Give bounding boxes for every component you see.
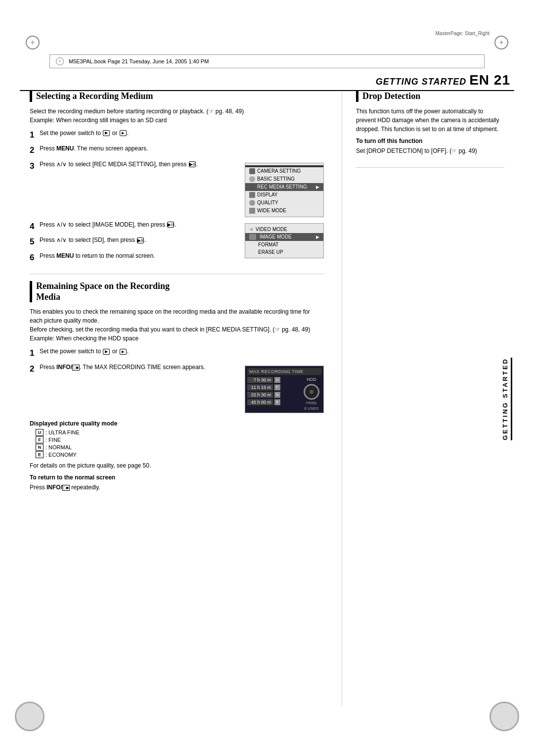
quality-note: For details on the picture quality, see …	[30, 461, 324, 470]
step1-6-text: Press MENU to return to the normal scree…	[40, 251, 155, 264]
used-label: 8 USED	[305, 406, 319, 411]
rec-time-row-f: 11 h 15 m F	[247, 384, 299, 390]
step1-4-num: 4	[30, 220, 37, 233]
section1-intro: Select the recording medium before start…	[30, 107, 324, 125]
file-info-text: M5E3PAL.book Page 21 Tuesday, June 14, 2…	[69, 58, 209, 64]
quality-icon-n: N	[36, 444, 44, 451]
step1-5-num: 5	[30, 236, 37, 248]
wide-icon	[249, 208, 255, 214]
page-num-val: 21	[494, 72, 510, 88]
file-info-reg-icon: +	[56, 57, 64, 65]
return-heading: To return to the normal screen	[30, 474, 324, 481]
free-label: FREE	[306, 401, 316, 405]
menu2-item-video: ◀ VIDEO MODE	[245, 226, 323, 233]
star-icon	[249, 176, 255, 182]
section-remaining-space: Remaining Space on the Recording Media T…	[30, 281, 324, 492]
section-drop-detection: Drop Detection This function turns off t…	[356, 91, 504, 168]
menu2-item-format: FORMAT	[245, 241, 323, 248]
menu1-screenshot: CAMERA SETTING BASIC SETTING REC MEDIA S…	[245, 163, 324, 217]
step1-6: 6 Press MENU to return to the normal scr…	[30, 251, 245, 264]
quality-icon-u: U	[36, 429, 44, 436]
quality-icon-e: E	[36, 451, 44, 458]
menu2-item-image[interactable]: ◀ IMAGE MODE ▶	[245, 233, 323, 241]
right-column: Drop Detection This function turns off t…	[356, 91, 504, 707]
step2-2: 2 Press INFO/□■. The MAX RECORDING TIME …	[30, 363, 245, 376]
rec-time-screen: MAX RECORDING TIME 7 h 30 m U 11 h 15 m …	[245, 366, 324, 413]
master-page-label: MasterPage: Start_Right	[436, 31, 490, 36]
step1-4-text: Press ∧/∨ to select [IMAGE MODE], then p…	[40, 220, 177, 233]
rec-time-disk: HDD FREE 8 USED	[302, 377, 321, 411]
section2-intro2: Before checking, set the recording media…	[30, 326, 310, 333]
quality-u: U : ULTRA FINE	[36, 429, 324, 436]
page-header: GETTING STARTED EN 21	[20, 73, 514, 91]
reg-mark-tr	[494, 36, 508, 49]
turn-off-text: Set [DROP DETECTION] to [OFF]. (☞ pg. 49…	[356, 146, 504, 155]
step1-6-num: 6	[30, 251, 37, 264]
quality-n: N : NORMAL	[36, 444, 324, 451]
section-selecting-medium: Selecting a Recording Medium Select the …	[30, 91, 324, 267]
quality-mode-heading: Displayed picture quality mode	[30, 420, 324, 427]
rec-time-row-n: 22 h 30 m N	[247, 392, 299, 398]
section2-intro1: This enables you to check the remaining …	[30, 308, 310, 324]
step2-2-text: Press INFO/□■. The MAX RECORDING TIME sc…	[40, 363, 205, 376]
left-column: Selecting a Recording Medium Select the …	[30, 91, 328, 707]
section2-title-line2: Media	[36, 292, 60, 302]
section2-example: Example: When checking the HDD space	[30, 335, 138, 342]
section1-intro-text: Select the recording medium before start…	[30, 108, 244, 115]
quality-icon-f: F	[36, 436, 44, 443]
step1-2: 2 Press MENU. The menu screen appears.	[30, 144, 324, 157]
step2-1-text: Set the power switch to ▶ or .	[40, 347, 129, 360]
step1-3-text: Press ∧/∨ to select [REC MEDIA SETTING],…	[40, 160, 198, 173]
menu1-item-display: DISPLAY	[245, 191, 323, 199]
reg-mark-tl	[26, 36, 40, 49]
file-info-bar: + M5E3PAL.book Page 21 Tuesday, June 14,…	[49, 54, 485, 68]
quality-e: E : ECONOMY	[36, 451, 324, 458]
section1-example: Example: When recording still images to …	[30, 117, 167, 124]
image-mode-icon	[249, 234, 256, 240]
rec-time-row-u: 7 h 30 m U	[247, 377, 299, 383]
step1-1-num: 1	[30, 129, 37, 142]
rec-time-header: MAX RECORDING TIME	[247, 368, 321, 375]
step1-1-text: Set the power switch to ▶ or .	[40, 129, 129, 142]
section2-intro: This enables you to check the remaining …	[30, 307, 324, 343]
section1-title: Selecting a Recording Medium	[30, 91, 324, 102]
play-icon: ▶	[103, 130, 110, 136]
col-divider	[342, 91, 342, 707]
menu1-item-wide: WIDE MODE	[245, 207, 323, 215]
menu1-item-quality: QUALITY	[245, 199, 323, 207]
section3-intro: This function turns off the power automa…	[356, 107, 504, 134]
step2-2-text-block: 2 Press INFO/□■. The MAX RECORDING TIME …	[30, 363, 245, 378]
disk-icon	[304, 384, 319, 400]
return-text: Press INFO/□■ repeatedly.	[30, 483, 324, 492]
rec-icon	[249, 184, 255, 190]
quality-icon	[249, 200, 255, 206]
section-label: GETTING STARTED EN 21	[376, 72, 510, 88]
play-icon2: ▶	[103, 349, 110, 355]
rec-time-body: 7 h 30 m U 11 h 15 m F 22 h 30 m N	[247, 377, 321, 411]
section2-title: Remaining Space on the Recording Media	[30, 281, 324, 302]
step1-4-block: ◀ VIDEO MODE ◀ IMAGE MODE ▶ FORMAT	[30, 220, 324, 267]
main-content: Selecting a Recording Medium Select the …	[30, 91, 504, 707]
steps-4-6-block: 4 Press ∧/∨ to select [IMAGE MODE], then…	[30, 220, 245, 267]
hdd-label: HDD	[307, 377, 316, 382]
menu1-item-basic: BASIC SETTING	[245, 175, 323, 183]
step2-2-block: MAX RECORDING TIME 7 h 30 m U 11 h 15 m …	[30, 363, 324, 416]
step2-1: 1 Set the power switch to ▶ or .	[30, 347, 324, 360]
menu2-screenshot: ◀ VIDEO MODE ◀ IMAGE MODE ▶ FORMAT	[245, 223, 324, 258]
section-divider-1	[30, 274, 324, 274]
step1-3-block: CAMERA SETTING BASIC SETTING REC MEDIA S…	[30, 160, 324, 220]
menu1-item-camera: CAMERA SETTING	[245, 167, 323, 175]
cam-icon1	[120, 130, 127, 136]
step1-1: 1 Set the power switch to ▶ or .	[30, 129, 324, 142]
section-label-text: GETTING STARTED	[376, 77, 466, 87]
step1-3-num: 3	[30, 160, 37, 173]
display-icon	[249, 192, 255, 198]
step1-4: 4 Press ∧/∨ to select [IMAGE MODE], then…	[30, 220, 245, 233]
camera-icon	[249, 168, 255, 174]
quality-f: F : FINE	[36, 436, 324, 443]
rec-time-row-e: 45 h 00 m E	[247, 399, 299, 405]
menu1-item-rec[interactable]: REC MEDIA SETTING ▶	[245, 183, 323, 191]
step1-2-text: Press MENU. The menu screen appears.	[40, 144, 148, 157]
turn-off-heading: To turn off this function	[356, 138, 504, 144]
pause-icon3: ▶II	[137, 237, 144, 243]
